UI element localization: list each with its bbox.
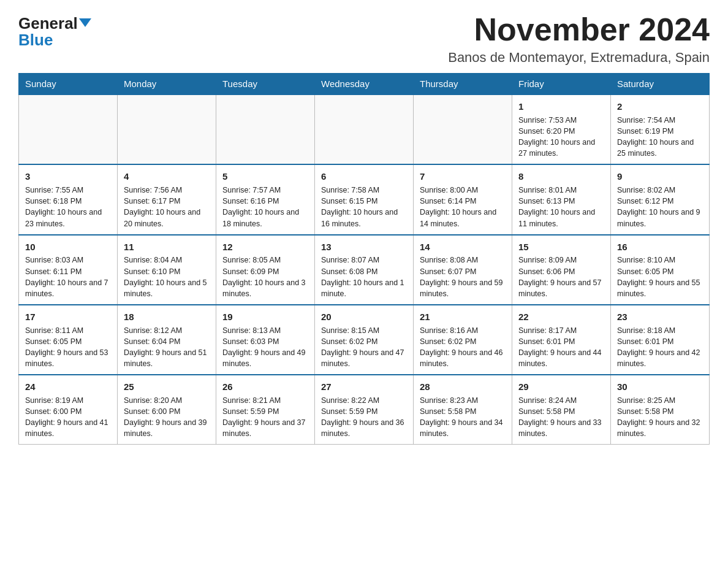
calendar-cell: 29Sunrise: 8:24 AM Sunset: 5:58 PM Dayli…	[512, 375, 611, 445]
day-info: Sunrise: 8:01 AM Sunset: 6:13 PM Dayligh…	[518, 185, 604, 229]
day-number: 24	[25, 380, 111, 394]
calendar-cell: 4Sunrise: 7:56 AM Sunset: 6:17 PM Daylig…	[118, 164, 216, 234]
logo-blue: Blue	[18, 31, 53, 49]
calendar-cell: 6Sunrise: 7:58 AM Sunset: 6:15 PM Daylig…	[315, 164, 414, 234]
calendar-cell	[414, 94, 512, 164]
day-info: Sunrise: 7:55 AM Sunset: 6:18 PM Dayligh…	[25, 185, 111, 229]
calendar-table: Sunday Monday Tuesday Wednesday Thursday…	[18, 73, 710, 445]
day-info: Sunrise: 8:24 AM Sunset: 5:58 PM Dayligh…	[518, 395, 604, 440]
day-info: Sunrise: 8:20 AM Sunset: 6:00 PM Dayligh…	[124, 395, 210, 440]
day-number: 10	[25, 240, 111, 254]
title-block: November 2024 Banos de Montemayor, Extre…	[448, 12, 710, 66]
day-number: 9	[617, 170, 703, 183]
day-number: 12	[222, 240, 308, 254]
day-info: Sunrise: 8:02 AM Sunset: 6:12 PM Dayligh…	[617, 185, 703, 229]
day-number: 8	[518, 170, 604, 183]
day-info: Sunrise: 8:17 AM Sunset: 6:01 PM Dayligh…	[518, 325, 604, 370]
calendar-cell: 7Sunrise: 8:00 AM Sunset: 6:14 PM Daylig…	[414, 164, 512, 234]
day-info: Sunrise: 8:16 AM Sunset: 6:02 PM Dayligh…	[420, 325, 506, 370]
location-title: Banos de Montemayor, Extremadura, Spain	[448, 50, 710, 66]
calendar-cell: 10Sunrise: 8:03 AM Sunset: 6:11 PM Dayli…	[19, 235, 118, 305]
day-number: 2	[617, 100, 703, 113]
day-info: Sunrise: 8:09 AM Sunset: 6:06 PM Dayligh…	[518, 255, 604, 299]
day-number: 23	[617, 310, 703, 324]
day-number: 29	[518, 380, 604, 394]
calendar-cell: 28Sunrise: 8:23 AM Sunset: 5:58 PM Dayli…	[414, 375, 512, 445]
calendar-cell: 16Sunrise: 8:10 AM Sunset: 6:05 PM Dayli…	[611, 235, 710, 305]
day-info: Sunrise: 8:05 AM Sunset: 6:09 PM Dayligh…	[222, 255, 308, 299]
calendar-cell: 24Sunrise: 8:19 AM Sunset: 6:00 PM Dayli…	[19, 375, 118, 445]
day-number: 14	[420, 240, 506, 254]
calendar-cell: 25Sunrise: 8:20 AM Sunset: 6:00 PM Dayli…	[118, 375, 216, 445]
day-info: Sunrise: 8:07 AM Sunset: 6:08 PM Dayligh…	[321, 255, 407, 299]
day-number: 20	[321, 310, 407, 324]
calendar-cell: 30Sunrise: 8:25 AM Sunset: 5:58 PM Dayli…	[611, 375, 710, 445]
day-number: 18	[124, 310, 210, 324]
calendar-cell: 9Sunrise: 8:02 AM Sunset: 6:12 PM Daylig…	[611, 164, 710, 234]
day-number: 3	[25, 170, 111, 183]
day-info: Sunrise: 7:57 AM Sunset: 6:16 PM Dayligh…	[222, 185, 308, 229]
day-info: Sunrise: 8:21 AM Sunset: 5:59 PM Dayligh…	[222, 395, 308, 440]
day-number: 6	[321, 170, 407, 183]
week-row: 1Sunrise: 7:53 AM Sunset: 6:20 PM Daylig…	[19, 94, 710, 164]
logo-triangle-icon	[79, 18, 91, 27]
page-header: General Blue November 2024 Banos de Mont…	[18, 12, 710, 66]
col-sunday: Sunday	[19, 74, 118, 95]
calendar-cell: 8Sunrise: 8:01 AM Sunset: 6:13 PM Daylig…	[512, 164, 611, 234]
calendar-cell: 2Sunrise: 7:54 AM Sunset: 6:19 PM Daylig…	[611, 94, 710, 164]
day-info: Sunrise: 8:04 AM Sunset: 6:10 PM Dayligh…	[124, 255, 210, 299]
day-number: 11	[124, 240, 210, 254]
calendar-cell: 18Sunrise: 8:12 AM Sunset: 6:04 PM Dayli…	[118, 305, 216, 375]
calendar-cell: 11Sunrise: 8:04 AM Sunset: 6:10 PM Dayli…	[118, 235, 216, 305]
week-row: 24Sunrise: 8:19 AM Sunset: 6:00 PM Dayli…	[19, 375, 710, 445]
week-row: 10Sunrise: 8:03 AM Sunset: 6:11 PM Dayli…	[19, 235, 710, 305]
calendar-cell: 27Sunrise: 8:22 AM Sunset: 5:59 PM Dayli…	[315, 375, 414, 445]
day-number: 15	[518, 240, 604, 254]
col-wednesday: Wednesday	[315, 74, 414, 95]
day-number: 26	[222, 380, 308, 394]
day-number: 13	[321, 240, 407, 254]
day-number: 17	[25, 310, 111, 324]
day-info: Sunrise: 8:13 AM Sunset: 6:03 PM Dayligh…	[222, 325, 308, 370]
col-thursday: Thursday	[414, 74, 512, 95]
calendar-cell: 22Sunrise: 8:17 AM Sunset: 6:01 PM Dayli…	[512, 305, 611, 375]
calendar-cell: 17Sunrise: 8:11 AM Sunset: 6:05 PM Dayli…	[19, 305, 118, 375]
day-info: Sunrise: 7:54 AM Sunset: 6:19 PM Dayligh…	[617, 115, 703, 159]
day-info: Sunrise: 8:22 AM Sunset: 5:59 PM Dayligh…	[321, 395, 407, 440]
day-number: 1	[518, 100, 604, 113]
calendar-cell: 20Sunrise: 8:15 AM Sunset: 6:02 PM Dayli…	[315, 305, 414, 375]
calendar-cell: 12Sunrise: 8:05 AM Sunset: 6:09 PM Dayli…	[216, 235, 315, 305]
day-number: 28	[420, 380, 506, 394]
day-number: 19	[222, 310, 308, 324]
calendar-cell: 23Sunrise: 8:18 AM Sunset: 6:01 PM Dayli…	[611, 305, 710, 375]
day-info: Sunrise: 8:03 AM Sunset: 6:11 PM Dayligh…	[25, 255, 111, 299]
week-row: 3Sunrise: 7:55 AM Sunset: 6:18 PM Daylig…	[19, 164, 710, 234]
day-info: Sunrise: 8:23 AM Sunset: 5:58 PM Dayligh…	[420, 395, 506, 440]
day-info: Sunrise: 8:10 AM Sunset: 6:05 PM Dayligh…	[617, 255, 703, 299]
calendar-cell: 1Sunrise: 7:53 AM Sunset: 6:20 PM Daylig…	[512, 94, 611, 164]
col-tuesday: Tuesday	[216, 74, 315, 95]
day-number: 7	[420, 170, 506, 183]
day-number: 4	[124, 170, 210, 183]
calendar-cell: 21Sunrise: 8:16 AM Sunset: 6:02 PM Dayli…	[414, 305, 512, 375]
week-row: 17Sunrise: 8:11 AM Sunset: 6:05 PM Dayli…	[19, 305, 710, 375]
day-info: Sunrise: 8:15 AM Sunset: 6:02 PM Dayligh…	[321, 325, 407, 370]
day-info: Sunrise: 8:08 AM Sunset: 6:07 PM Dayligh…	[420, 255, 506, 299]
day-info: Sunrise: 7:53 AM Sunset: 6:20 PM Dayligh…	[518, 115, 604, 159]
calendar-cell: 5Sunrise: 7:57 AM Sunset: 6:16 PM Daylig…	[216, 164, 315, 234]
day-info: Sunrise: 8:12 AM Sunset: 6:04 PM Dayligh…	[124, 325, 210, 370]
day-info: Sunrise: 8:18 AM Sunset: 6:01 PM Dayligh…	[617, 325, 703, 370]
day-info: Sunrise: 8:25 AM Sunset: 5:58 PM Dayligh…	[617, 395, 703, 440]
day-info: Sunrise: 8:00 AM Sunset: 6:14 PM Dayligh…	[420, 185, 506, 229]
calendar-cell: 14Sunrise: 8:08 AM Sunset: 6:07 PM Dayli…	[414, 235, 512, 305]
calendar-cell: 3Sunrise: 7:55 AM Sunset: 6:18 PM Daylig…	[19, 164, 118, 234]
col-monday: Monday	[118, 74, 216, 95]
day-number: 30	[617, 380, 703, 394]
day-info: Sunrise: 7:56 AM Sunset: 6:17 PM Dayligh…	[124, 185, 210, 229]
col-saturday: Saturday	[611, 74, 710, 95]
day-info: Sunrise: 7:58 AM Sunset: 6:15 PM Dayligh…	[321, 185, 407, 229]
calendar-cell	[19, 94, 118, 164]
day-number: 22	[518, 310, 604, 324]
day-number: 25	[124, 380, 210, 394]
day-number: 21	[420, 310, 506, 324]
